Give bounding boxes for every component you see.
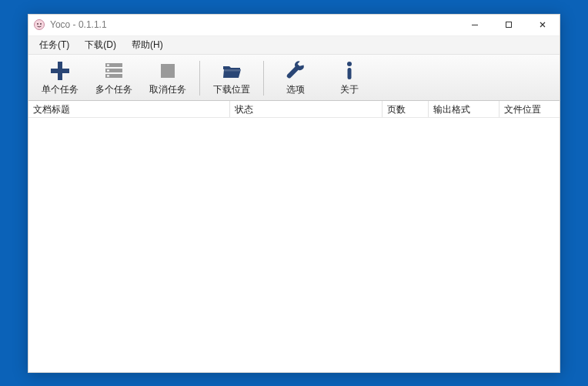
svg-point-14	[347, 62, 352, 66]
window-title: Yoco - 0.1.1.1	[50, 19, 107, 30]
col-pages[interactable]: 页数	[383, 101, 429, 117]
toolbar-separator	[199, 61, 200, 96]
multi-task-button[interactable]: 多个任务	[87, 56, 141, 100]
toolbar-separator	[263, 61, 264, 96]
svg-rect-12	[107, 75, 109, 76]
plus-icon	[49, 60, 71, 82]
toolbar-label: 下载位置	[213, 83, 250, 96]
wrench-icon	[285, 60, 306, 82]
toolbar-label: 选项	[286, 83, 305, 96]
svg-rect-11	[107, 69, 109, 71]
menu-download[interactable]: 下载(D)	[77, 36, 124, 54]
info-icon	[339, 60, 360, 82]
col-format[interactable]: 输出格式	[429, 101, 499, 117]
table-header: 文档标题 状态 页数 输出格式 文件位置	[28, 101, 560, 118]
app-icon	[33, 18, 45, 31]
svg-rect-6	[51, 69, 69, 73]
svg-rect-10	[107, 64, 109, 65]
minimize-button[interactable]	[458, 15, 492, 35]
col-path[interactable]: 文件位置	[499, 101, 560, 117]
title-bar: Yoco - 0.1.1.1	[28, 15, 560, 36]
folder-open-icon	[221, 60, 242, 82]
menu-tasks[interactable]: 任务(T)	[32, 36, 77, 54]
svg-point-1	[37, 23, 38, 25]
single-task-button[interactable]: 单个任务	[33, 56, 87, 100]
cancel-task-button[interactable]: 取消任务	[141, 56, 195, 100]
close-button[interactable]	[526, 15, 560, 35]
toolbar-label: 单个任务	[42, 83, 79, 96]
toolbar: 单个任务 多个任务 取消任务	[28, 55, 560, 101]
app-window: Yoco - 0.1.1.1 任务(T) 下载(D) 帮助(H) 单个任务	[28, 14, 560, 373]
menu-bar: 任务(T) 下载(D) 帮助(H)	[28, 36, 560, 55]
col-status[interactable]: 状态	[230, 101, 383, 117]
svg-rect-4	[506, 22, 512, 28]
svg-point-0	[35, 20, 45, 30]
window-controls	[458, 15, 560, 35]
svg-rect-13	[161, 64, 175, 78]
svg-rect-3	[472, 25, 478, 25]
stop-icon	[157, 60, 179, 82]
about-button[interactable]: 关于	[322, 56, 376, 100]
table-body[interactable]	[28, 118, 560, 372]
svg-rect-15	[348, 68, 352, 79]
toolbar-label: 取消任务	[149, 83, 186, 96]
task-table: 文档标题 状态 页数 输出格式 文件位置	[28, 101, 560, 372]
list-icon	[103, 60, 125, 82]
col-title[interactable]: 文档标题	[28, 101, 230, 117]
menu-help[interactable]: 帮助(H)	[124, 36, 171, 54]
toolbar-label: 多个任务	[95, 83, 132, 96]
options-button[interactable]: 选项	[269, 56, 322, 100]
toolbar-label: 关于	[340, 83, 359, 96]
maximize-button[interactable]	[492, 15, 526, 35]
svg-point-2	[40, 23, 42, 25]
download-location-button[interactable]: 下载位置	[205, 56, 259, 100]
